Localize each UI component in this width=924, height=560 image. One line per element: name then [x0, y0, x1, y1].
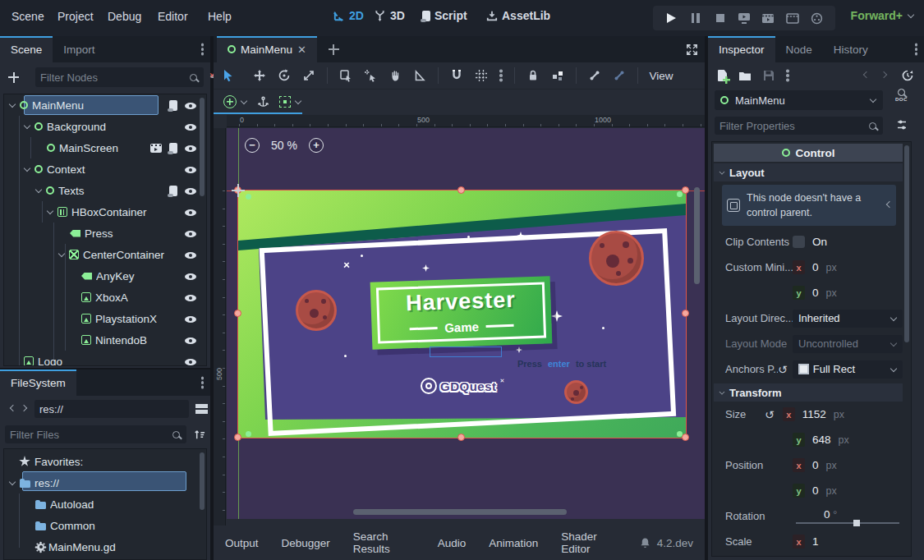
new-scene-tab-button[interactable]: [317, 36, 351, 62]
view-menu[interactable]: View: [650, 70, 673, 82]
grid-snap-icon[interactable]: [475, 69, 488, 82]
movie-maker-button[interactable]: [785, 11, 800, 25]
script-icon[interactable]: [169, 100, 177, 111]
layout-warning-box[interactable]: This node doesn't have a control parent.: [722, 185, 896, 226]
visibility-icon[interactable]: [185, 164, 196, 175]
selection-handle[interactable]: [682, 434, 689, 441]
visibility-icon[interactable]: [185, 186, 196, 196]
filter-properties-input[interactable]: [715, 120, 869, 132]
clip-contents-checkbox[interactable]: [793, 236, 805, 248]
snap-options-icon[interactable]: [499, 74, 503, 77]
bottom-tab-audio[interactable]: Audio: [438, 537, 467, 549]
bottom-tab-debugger[interactable]: Debugger: [282, 537, 330, 549]
resource-menu-icon[interactable]: [786, 74, 789, 77]
skeleton-icon[interactable]: [588, 69, 601, 82]
zoom-out-button[interactable]: −: [245, 138, 260, 153]
tab-node[interactable]: Node: [775, 36, 823, 62]
visibility-icon[interactable]: [185, 335, 196, 346]
property-tools-icon[interactable]: [895, 118, 908, 131]
viewport-vscrollbar[interactable]: [694, 187, 700, 284]
size-x-field[interactable]: 1152: [802, 408, 826, 420]
visibility-icon[interactable]: [185, 122, 196, 132]
visibility-icon[interactable]: [185, 100, 196, 111]
layout-mode-dropdown[interactable]: Uncontrolled: [793, 335, 903, 353]
forward-icon[interactable]: [21, 406, 28, 412]
dock-menu-icon[interactable]: [915, 48, 918, 51]
scene-tab-mainmenu[interactable]: MainMenu ✕: [217, 36, 317, 62]
tab-inspector[interactable]: Inspector: [708, 36, 775, 62]
pause-button[interactable]: [688, 11, 703, 25]
workspace-2d-button[interactable]: 2D: [333, 9, 364, 22]
save-resource-button[interactable]: [763, 70, 775, 81]
dock-menu-icon[interactable]: [201, 381, 205, 384]
workspace-assetlib-button[interactable]: AssetLib: [486, 9, 550, 22]
select-tool-icon[interactable]: [222, 69, 235, 82]
layout-direction-dropdown[interactable]: Inherited: [793, 310, 903, 328]
revert-icon[interactable]: ↺: [765, 409, 775, 420]
menu-project[interactable]: Project: [57, 10, 94, 23]
tree-row-texts[interactable]: Texts: [4, 180, 206, 201]
anchors-preset-dropdown[interactable]: Full Rect: [793, 360, 903, 379]
tree-row-centercontainer[interactable]: CenterContainer: [4, 244, 206, 265]
smart-snap-icon[interactable]: [450, 69, 463, 82]
revert-icon[interactable]: ↺: [778, 364, 788, 375]
visibility-icon[interactable]: [185, 250, 196, 260]
collapse-warning-icon[interactable]: [885, 202, 891, 209]
scale-x-field[interactable]: 1: [812, 535, 819, 548]
custom-min-y-field[interactable]: 0: [812, 287, 819, 299]
tree-row-press[interactable]: Press: [4, 223, 206, 244]
anchor-icon[interactable]: [257, 96, 269, 108]
visibility-icon[interactable]: [185, 314, 196, 324]
zoom-in-button[interactable]: +: [309, 138, 324, 153]
fs-row-favorites[interactable]: Favorites:: [4, 451, 206, 472]
group-icon[interactable]: [551, 69, 564, 82]
play-remote-button[interactable]: [737, 11, 752, 25]
split-view-icon[interactable]: [195, 404, 208, 415]
menu-help[interactable]: Help: [208, 10, 232, 23]
zoom-level[interactable]: 50 %: [271, 139, 297, 152]
ruler-tool-icon[interactable]: [413, 69, 426, 82]
tree-row-hboxcontainer[interactable]: HBoxContainer: [4, 201, 206, 223]
fs-row-mainmenu-gd[interactable]: MainMenu.gd: [4, 536, 206, 558]
movie-icon[interactable]: [150, 144, 162, 153]
movie-reel-button[interactable]: [809, 11, 824, 25]
notification-bell-icon[interactable]: [640, 537, 650, 549]
container-sizing-button[interactable]: [279, 96, 301, 108]
skeleton-options-icon[interactable]: [613, 69, 626, 82]
fs-row-common[interactable]: Common: [4, 515, 206, 536]
new-resource-button[interactable]: [718, 70, 727, 81]
lock-icon[interactable]: [526, 69, 540, 82]
tab-import[interactable]: Import: [53, 36, 105, 62]
menu-scene[interactable]: Scene: [11, 10, 44, 23]
viewport-canvas[interactable]: Harvester Game Pressenterto start GDQues…: [227, 128, 705, 519]
play-movie-button[interactable]: [761, 11, 775, 25]
visibility-icon[interactable]: [185, 292, 196, 303]
visibility-icon[interactable]: [185, 271, 196, 282]
rotate-tool-icon[interactable]: [278, 69, 291, 82]
workspace-script-button[interactable]: Script: [422, 9, 467, 22]
bottom-tab-output[interactable]: Output: [225, 537, 259, 549]
tree-row-mainmenu[interactable]: MainMenu: [4, 94, 206, 116]
bottom-tab-search-results[interactable]: Search Results: [353, 530, 415, 555]
menu-debug[interactable]: Debug: [108, 10, 141, 23]
selection-handle[interactable]: [457, 186, 465, 194]
viewport-hscrollbar[interactable]: [353, 509, 567, 515]
tree-row-nintendob[interactable]: NintendoB: [4, 329, 206, 351]
menu-editor[interactable]: Editor: [158, 10, 188, 23]
visibility-icon[interactable]: [185, 356, 196, 367]
section-layout[interactable]: Layout: [714, 163, 903, 181]
move-tool-icon[interactable]: [253, 69, 266, 82]
visibility-icon[interactable]: [185, 228, 196, 239]
path-input[interactable]: [34, 403, 189, 415]
inspector-scrollbar[interactable]: [904, 145, 909, 342]
size-y-field[interactable]: 648: [812, 434, 831, 446]
renderer-dropdown[interactable]: Forward+: [851, 9, 914, 22]
workspace-3d-button[interactable]: 3D: [374, 9, 405, 22]
tab-history[interactable]: History: [823, 36, 879, 62]
tab-filesystem[interactable]: FileSystem: [0, 370, 76, 396]
slider-knob[interactable]: [853, 520, 860, 526]
tree-row-context[interactable]: Context: [4, 158, 206, 180]
selection-handle[interactable]: [682, 186, 689, 194]
position-y-field[interactable]: 0: [812, 484, 819, 497]
open-docs-button[interactable]: DOC: [895, 89, 908, 102]
